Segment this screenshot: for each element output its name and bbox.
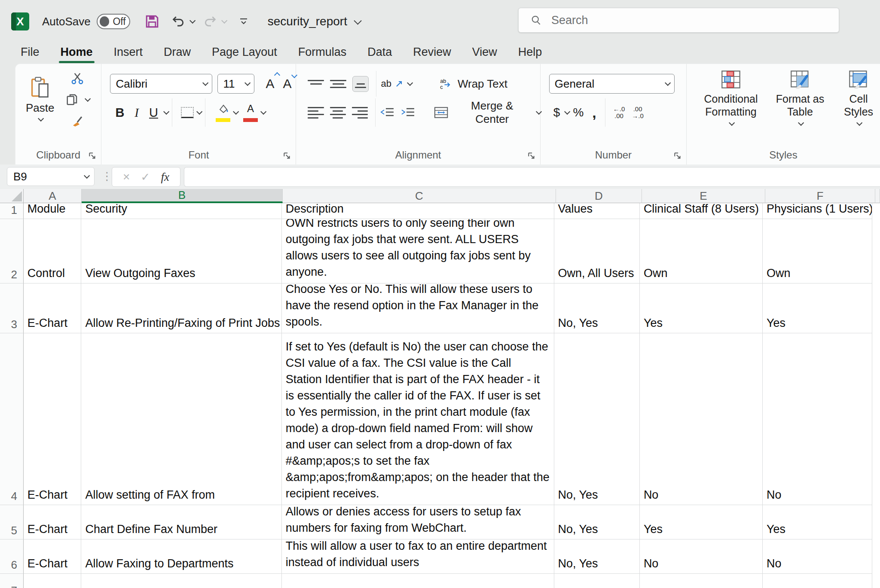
cancel-button[interactable]: ×	[123, 170, 130, 184]
column-header-e[interactable]: E	[642, 189, 765, 203]
formula-bar-divider-dots[interactable]: ⋮	[101, 170, 113, 183]
redo-dropdown-icon[interactable]	[221, 18, 227, 24]
format-painter-button[interactable]	[66, 115, 89, 128]
undo-button[interactable]	[171, 15, 185, 28]
cell-b6[interactable]: Allow Faxing to Departments	[81, 539, 281, 574]
cell-b4[interactable]: Allow setting of FAX from	[81, 333, 281, 505]
column-header-d[interactable]: D	[556, 189, 642, 203]
tab-home[interactable]: Home	[60, 45, 94, 62]
cell-a4[interactable]: E-Chart	[24, 333, 82, 505]
cell-b7[interactable]	[81, 574, 281, 588]
decrease-indent-button[interactable]	[380, 107, 394, 118]
cell-e6[interactable]: No	[640, 539, 763, 574]
bold-button[interactable]: B	[115, 106, 124, 120]
cell-d3[interactable]: No, Yes	[554, 283, 640, 333]
name-box[interactable]: B9	[7, 167, 95, 186]
borders-button[interactable]	[177, 107, 196, 118]
wrap-text-button[interactable]: ab c Wrap Text	[440, 77, 507, 91]
font-name-select[interactable]: Calibri	[110, 74, 212, 94]
italic-button[interactable]: I	[134, 106, 139, 120]
font-color-button[interactable]: A	[243, 104, 258, 122]
cut-button[interactable]	[66, 72, 89, 85]
orientation-button[interactable]: ab	[381, 78, 403, 89]
cell-f3[interactable]: Yes	[763, 283, 872, 333]
row-header-1[interactable]: 1	[0, 203, 24, 219]
cell-c5[interactable]: Allows or denies access for users to set…	[282, 505, 554, 539]
underline-button[interactable]: U	[149, 106, 158, 120]
percent-style-button[interactable]: %	[573, 106, 584, 119]
cell-c7[interactable]	[282, 574, 554, 588]
cell-c3[interactable]: Choose Yes or No. This will allow these …	[282, 283, 554, 333]
tab-data[interactable]: Data	[367, 45, 393, 62]
cell-e5[interactable]: Yes	[640, 505, 763, 539]
tab-page-layout[interactable]: Page Layout	[211, 45, 278, 62]
row-header-5[interactable]: 5	[0, 505, 24, 539]
cell-b3[interactable]: Allow Re-Printing/Faxing of Print Jobs	[81, 283, 281, 333]
autosave-toggle[interactable]: Off	[97, 14, 130, 29]
increase-font-size-button[interactable]: A	[266, 76, 274, 91]
cell-d1[interactable]: Values	[554, 203, 640, 219]
align-right-button[interactable]	[352, 107, 368, 119]
underline-dropdown-icon[interactable]	[163, 109, 169, 115]
format-as-table-button[interactable]: Format as Table	[774, 70, 826, 126]
cell-e2[interactable]: Own	[640, 219, 763, 283]
cell-c1[interactable]: Description	[282, 203, 554, 219]
cell-d6[interactable]: No, Yes	[554, 539, 640, 574]
orientation-dropdown-icon[interactable]	[407, 80, 413, 86]
cell-c4[interactable]: If set to Yes (default is No) the user c…	[282, 333, 554, 505]
cell-f4[interactable]: No	[763, 333, 872, 505]
row-header-6[interactable]: 6	[0, 539, 24, 574]
decrease-font-size-button[interactable]: A	[283, 76, 291, 91]
cell-a2[interactable]: Control	[24, 219, 82, 283]
number-dialog-launcher[interactable]	[673, 152, 682, 160]
cell-b2[interactable]: View Outgoing Faxes	[81, 219, 281, 283]
copy-button[interactable]	[66, 93, 89, 106]
excel-logo-icon[interactable]: X	[11, 12, 29, 30]
increase-decimal-button[interactable]: ←.0 .00	[613, 106, 625, 119]
cell-e3[interactable]: Yes	[640, 283, 763, 333]
row-header-4[interactable]: 4	[0, 333, 24, 505]
cell-d4[interactable]: No, Yes	[554, 333, 640, 505]
accounting-format-button[interactable]: $	[553, 106, 560, 119]
row-header-2[interactable]: 2	[0, 219, 24, 283]
tab-file[interactable]: File	[20, 45, 40, 62]
cell-a7[interactable]	[24, 574, 82, 588]
clipboard-dialog-launcher[interactable]	[88, 152, 97, 160]
cell-f5[interactable]: Yes	[763, 505, 872, 539]
fill-color-button[interactable]	[216, 104, 230, 122]
cell-b1[interactable]: Security	[81, 203, 281, 219]
document-title[interactable]: security_report	[268, 15, 360, 28]
cell-a6[interactable]: E-Chart	[24, 539, 82, 574]
number-format-select[interactable]: General	[549, 74, 675, 94]
cell-f2[interactable]: Own	[763, 219, 872, 283]
cell-d2[interactable]: Own, All Users	[554, 219, 640, 283]
search-input[interactable]: Search	[518, 8, 839, 33]
row-header-7[interactable]: 7	[0, 574, 24, 588]
tab-review[interactable]: Review	[412, 45, 452, 62]
align-center-button[interactable]	[330, 107, 346, 119]
borders-dropdown-icon[interactable]	[196, 109, 202, 115]
cell-a3[interactable]: E-Chart	[24, 283, 82, 333]
select-all-button[interactable]	[0, 189, 24, 203]
enter-button[interactable]: ✓	[141, 171, 150, 184]
cell-f1[interactable]: Physicians (1 Users)	[763, 203, 872, 219]
tab-insert[interactable]: Insert	[113, 45, 144, 62]
tab-view[interactable]: View	[471, 45, 498, 62]
alignment-dialog-launcher[interactable]	[527, 152, 536, 160]
font-size-select[interactable]: 11	[217, 74, 254, 94]
conditional-formatting-button[interactable]: Conditional Formatting	[699, 70, 763, 126]
cell-e4[interactable]: No	[640, 333, 763, 505]
increase-indent-button[interactable]	[400, 107, 415, 118]
insert-function-button[interactable]: fx	[161, 171, 169, 184]
tab-draw[interactable]: Draw	[163, 45, 192, 62]
cell-c2[interactable]: OWN restricts users to only seeing their…	[282, 219, 554, 283]
column-header-b[interactable]: B	[82, 189, 283, 203]
cell-c6[interactable]: This will allow a user to fax to an enti…	[282, 539, 554, 574]
cell-a1[interactable]: Module	[24, 203, 82, 219]
accounting-dropdown-icon[interactable]	[564, 109, 570, 115]
column-header-a[interactable]: A	[24, 189, 82, 203]
cell-e7[interactable]	[640, 574, 763, 588]
align-left-button[interactable]	[308, 107, 324, 119]
font-color-dropdown-icon[interactable]	[260, 109, 266, 115]
cell-e1[interactable]: Clinical Staff (8 Users)	[640, 203, 763, 219]
